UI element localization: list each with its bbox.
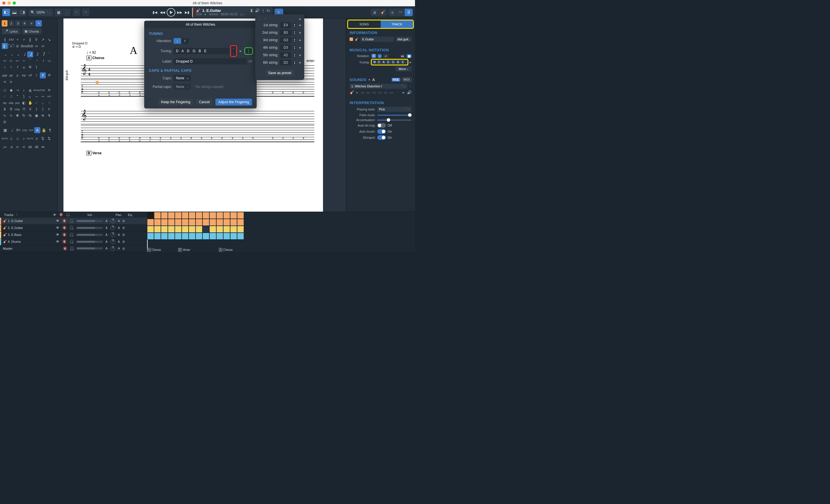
add-tab-button[interactable]: + [412, 19, 414, 24]
mute-icon[interactable]: 🔇 [62, 240, 67, 244]
bar[interactable] [175, 233, 182, 240]
string-6-play[interactable]: ▶ [299, 61, 301, 64]
bar[interactable] [230, 212, 237, 219]
tuning-label-input[interactable]: Dropped D [173, 58, 247, 65]
rse-badge[interactable]: RSE [392, 78, 400, 81]
bar[interactable] [175, 219, 182, 226]
bar[interactable] [195, 233, 202, 240]
section-icon[interactable]: A [34, 127, 40, 133]
bar[interactable] [210, 226, 216, 233]
close-window-icon[interactable] [2, 1, 5, 5]
pan-knob[interactable] [110, 219, 115, 223]
print-button[interactable]: 🖨 [371, 9, 379, 16]
bar[interactable] [223, 212, 230, 219]
undo-button[interactable]: ↶ [73, 9, 80, 16]
bar[interactable] [216, 212, 223, 219]
more-icon[interactable]: ⋮ [261, 8, 265, 13]
bar[interactable] [223, 233, 230, 240]
voice-3[interactable]: 3 [15, 20, 21, 27]
visible-icon[interactable]: 👁 [56, 240, 59, 244]
bar[interactable] [216, 226, 223, 233]
track-row-3[interactable]: 🎸 3. E.Bass 👁 🔇 🎧 A A ⎚ [0, 232, 147, 238]
add-sound-icon[interactable]: + [368, 77, 371, 82]
sound-more-icon[interactable]: ⋮ [409, 85, 412, 88]
eq-button[interactable]: ⎚ [123, 226, 125, 230]
multi-voice-button[interactable]: ≡ [28, 20, 35, 27]
auto-let-ring-toggle[interactable] [377, 123, 386, 128]
solo-icon[interactable]: 🎧 [69, 233, 74, 237]
save-preset-button[interactable]: Save as preset [265, 69, 294, 76]
panel-left-toggle[interactable] [2, 9, 10, 16]
track-name-input[interactable]: E.Guitar [360, 37, 394, 42]
bar[interactable] [182, 233, 189, 240]
visible-icon[interactable]: 👁 [56, 233, 59, 237]
more-button[interactable]: More ▾ [395, 66, 412, 71]
bar[interactable] [216, 233, 223, 240]
bar[interactable] [237, 226, 244, 233]
string-2-stepper[interactable]: ▲▼ [293, 30, 296, 35]
capo-select[interactable]: None▴ [173, 75, 191, 81]
play-tuning-button[interactable]: ▶ [238, 49, 244, 53]
bar[interactable] [202, 233, 210, 240]
bar[interactable] [189, 233, 195, 240]
bar[interactable] [237, 233, 244, 240]
bar[interactable] [175, 226, 182, 233]
string-6-stepper[interactable]: ▲▼ [293, 60, 296, 65]
bar[interactable] [175, 212, 182, 219]
solo-icon[interactable]: 🎧 [69, 219, 74, 223]
clear-label-icon[interactable]: ⌫ [248, 60, 252, 63]
bar[interactable] [223, 219, 230, 226]
string-1-stepper[interactable]: ▲▼ [293, 23, 296, 27]
go-start-button[interactable]: ▮◀ [152, 9, 158, 15]
pan-knob[interactable] [110, 226, 115, 230]
mute-icon[interactable]: 🔇 [62, 226, 67, 230]
string-1-play[interactable]: ▶ [299, 24, 301, 27]
bar[interactable] [168, 233, 175, 240]
string-4-play[interactable]: ▶ [299, 46, 301, 49]
bar[interactable] [210, 212, 216, 219]
inspector-button[interactable]: ☰ [405, 9, 413, 16]
string-5-value[interactable]: A2 [280, 52, 292, 58]
eq-button[interactable]: ⎚ [123, 219, 125, 223]
metronome-icon[interactable]: ⏳ [250, 9, 253, 12]
rewind-button[interactable]: ◀◀ [159, 9, 165, 15]
bar[interactable] [147, 233, 154, 240]
bar[interactable] [202, 212, 210, 219]
sound-preset-select[interactable]: 1. Witches Distortion I⌃⌄ [350, 83, 407, 89]
notation-standard-btn[interactable]: 𝄚 [372, 54, 376, 58]
string-4-stepper[interactable]: ▲▼ [293, 45, 296, 50]
visible-icon[interactable]: 👁 [56, 226, 59, 230]
cancel-button[interactable]: Cancel [196, 99, 213, 105]
voice-1[interactable]: 1 [2, 20, 7, 27]
bar[interactable] [195, 219, 202, 226]
voice-4[interactable]: 4 [22, 20, 27, 27]
bar[interactable] [202, 219, 210, 226]
voice-2[interactable]: 2 [8, 20, 14, 27]
eq-button[interactable]: ⎚ [123, 240, 125, 244]
string-3-value[interactable]: G3 [280, 37, 292, 43]
bar[interactable] [230, 219, 237, 226]
bar[interactable] [189, 219, 195, 226]
bar[interactable] [230, 226, 237, 233]
bar[interactable] [154, 219, 161, 226]
bar[interactable] [237, 219, 244, 226]
string-1-value[interactable]: E4 [280, 22, 292, 28]
playing-style-select[interactable]: Pick⌃⌄ [377, 107, 412, 112]
volume-slider[interactable] [77, 234, 103, 236]
bar[interactable] [161, 219, 168, 226]
minimize-window-icon[interactable] [7, 1, 11, 5]
bar[interactable] [182, 226, 189, 233]
alteration-flat-button[interactable]: ♭ [173, 38, 181, 44]
maximize-window-icon[interactable] [13, 1, 16, 5]
volume-slider[interactable] [77, 227, 103, 229]
tuner-button[interactable]: ⦶ [388, 9, 396, 16]
flyout-up-icon[interactable]: ⌃ [264, 18, 267, 21]
notation-slash-btn[interactable]: ⟋ [383, 54, 388, 58]
volume-slider[interactable] [77, 241, 103, 243]
panel-bottom-toggle[interactable] [10, 9, 19, 16]
notation-tab-btn[interactable]: ♪ [378, 54, 382, 58]
bar[interactable] [189, 226, 195, 233]
redo-button[interactable]: ↷ [82, 9, 89, 16]
pan-knob[interactable] [110, 232, 115, 237]
track-row-4[interactable]: 🎸 4. Drums 👁 🔇 🎧 A A ⎚ [0, 238, 147, 245]
